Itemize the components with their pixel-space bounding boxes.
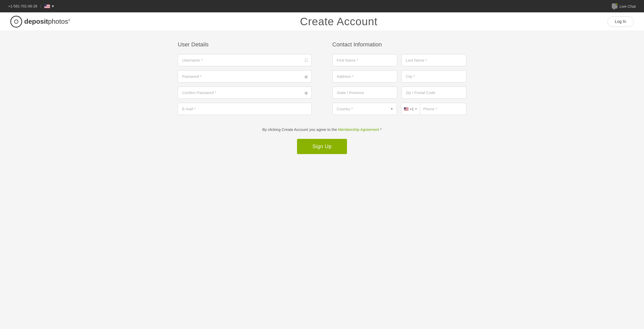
first-name-wrapper [332,54,397,66]
zip-input[interactable] [401,87,466,99]
topbar-divider: | [40,4,41,8]
page-title: Create Account [300,15,377,28]
us-flag-icon [44,4,50,8]
live-chat-label: Live Chat [620,4,636,9]
agreement-suffix: * [379,127,382,132]
user-details-title: User Details [178,41,312,48]
logo-text-light: photos [48,18,68,25]
membership-agreement-link[interactable]: Membership Agreement [338,127,379,132]
state-zip-row [332,87,466,99]
city-input[interactable] [401,70,466,82]
agreement-prefix: By clicking Create Account you agree to … [262,127,338,132]
email-input[interactable] [178,103,312,115]
email-wrapper [178,103,312,115]
agreement-text: By clicking Create Account you agree to … [178,127,466,132]
phone-input[interactable] [420,103,466,115]
topbar-left: +1-581-701-06-28 | ▼ [8,4,55,8]
flag-dropdown-arrow: ▼ [51,4,55,8]
first-name-input[interactable] [332,54,397,66]
logo-circle-icon [14,20,18,24]
logo-reg: ® [68,19,70,22]
country-wrapper: Country * United States Canada United Ki… [332,103,397,115]
last-name-wrapper [401,54,466,66]
logo-text: depositphotos® [24,18,70,26]
username-wrapper: ☷ [178,54,312,66]
last-name-input[interactable] [401,54,466,66]
contact-info-title: Contact Information [332,41,466,48]
phone-flag-icon [404,107,409,111]
phone-code-arrow: ▼ [415,107,417,110]
phone-number: +1-581-701-06-28 [8,4,37,8]
state-input[interactable] [332,87,397,99]
user-details-fields: ☷ ◉ ◉ [178,54,312,115]
header: depositphotos® Create Account Log In [0,12,644,31]
username-input[interactable] [178,54,312,66]
user-details-section: User Details ☷ ◉ ◉ [178,41,312,115]
main-content: User Details ☷ ◉ ◉ [173,31,471,170]
logo-text-bold: deposit [24,18,48,25]
country-select[interactable]: Country * United States Canada United Ki… [332,103,397,115]
phone-prefix[interactable]: +1 ▼ [401,103,420,115]
state-wrapper [332,87,397,99]
form-sections: User Details ☷ ◉ ◉ [178,41,466,115]
address-input[interactable] [332,70,397,82]
confirm-password-input[interactable] [178,87,312,99]
zip-wrapper [401,87,466,99]
phone-wrapper: +1 ▼ [401,103,466,115]
address-wrapper [332,70,397,82]
confirm-password-wrapper: ◉ [178,87,312,99]
flag-dropdown[interactable]: ▼ [44,4,55,8]
live-dot-icon [616,3,618,5]
contact-info-fields: Country * United States Canada United Ki… [332,54,466,115]
logo[interactable]: depositphotos® [10,16,70,28]
bottom-section: By clicking Create Account you agree to … [178,127,466,154]
city-wrapper [401,70,466,82]
login-button[interactable]: Log In [607,16,634,27]
country-phone-row: Country * United States Canada United Ki… [332,103,466,115]
logo-icon [10,16,22,28]
contact-info-section: Contact Information [332,41,466,115]
phone-code: +1 [410,107,414,111]
topbar: +1-581-701-06-28 | ▼ Live Chat [0,0,644,12]
password-wrapper: ◉ [178,70,312,82]
signup-button[interactable]: Sign Up [297,139,347,154]
live-chat-icon [612,3,617,9]
live-chat-button[interactable]: Live Chat [612,3,636,9]
address-row [332,70,466,82]
name-row [332,54,466,66]
password-input[interactable] [178,70,312,82]
